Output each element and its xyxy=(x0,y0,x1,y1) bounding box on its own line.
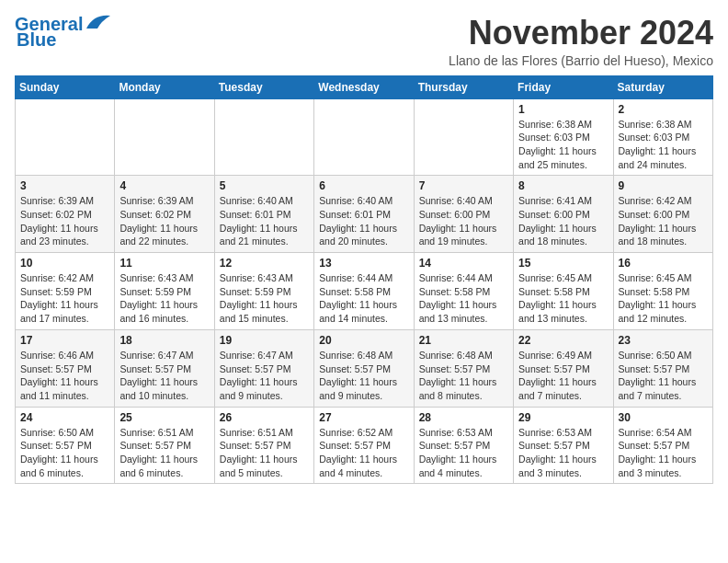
day-number: 19 xyxy=(220,334,309,347)
logo: General Blue xyxy=(15,15,112,51)
day-number: 10 xyxy=(20,257,109,270)
day-number: 12 xyxy=(220,257,309,270)
calendar-cell: 5Sunrise: 6:40 AM Sunset: 6:01 PM Daylig… xyxy=(214,176,313,253)
day-info: Sunrise: 6:51 AM Sunset: 5:57 PM Dayligh… xyxy=(119,426,209,480)
day-number: 5 xyxy=(220,179,309,192)
calendar-cell: 9Sunrise: 6:42 AM Sunset: 6:00 PM Daylig… xyxy=(613,176,712,253)
day-info: Sunrise: 6:45 AM Sunset: 5:58 PM Dayligh… xyxy=(619,271,708,326)
weekday-header-saturday: Saturday xyxy=(613,75,712,98)
calendar-cell: 30Sunrise: 6:54 AM Sunset: 5:57 PM Dayli… xyxy=(613,407,712,484)
day-info: Sunrise: 6:43 AM Sunset: 5:59 PM Dayligh… xyxy=(119,271,209,326)
weekday-header-thursday: Thursday xyxy=(414,75,513,98)
calendar-table: SundayMondayTuesdayWednesdayThursdayFrid… xyxy=(15,75,713,485)
calendar-cell: 1Sunrise: 6:38 AM Sunset: 6:03 PM Daylig… xyxy=(514,98,613,176)
calendar-cell: 22Sunrise: 6:49 AM Sunset: 5:57 PM Dayli… xyxy=(514,329,613,407)
day-info: Sunrise: 6:42 AM Sunset: 5:59 PM Dayligh… xyxy=(20,271,109,326)
day-info: Sunrise: 6:48 AM Sunset: 5:57 PM Dayligh… xyxy=(319,349,408,403)
calendar-cell: 21Sunrise: 6:48 AM Sunset: 5:57 PM Dayli… xyxy=(414,329,513,407)
calendar-cell: 6Sunrise: 6:40 AM Sunset: 6:01 PM Daylig… xyxy=(314,176,414,253)
calendar-cell: 29Sunrise: 6:53 AM Sunset: 5:57 PM Dayli… xyxy=(514,407,613,484)
title-block: November 2024 Llano de las Flores (Barri… xyxy=(449,15,713,68)
day-number: 6 xyxy=(319,179,408,192)
day-number: 25 xyxy=(119,411,209,424)
day-info: Sunrise: 6:39 AM Sunset: 6:02 PM Dayligh… xyxy=(20,194,109,248)
calendar-cell xyxy=(115,98,214,176)
day-info: Sunrise: 6:44 AM Sunset: 5:58 PM Dayligh… xyxy=(419,271,508,326)
calendar-week-4: 17Sunrise: 6:46 AM Sunset: 5:57 PM Dayli… xyxy=(16,329,713,407)
calendar-cell: 8Sunrise: 6:41 AM Sunset: 6:00 PM Daylig… xyxy=(514,176,613,253)
day-info: Sunrise: 6:40 AM Sunset: 6:01 PM Dayligh… xyxy=(220,194,309,248)
weekday-header-tuesday: Tuesday xyxy=(214,75,313,98)
day-number: 23 xyxy=(619,334,708,347)
weekday-header-friday: Friday xyxy=(514,75,613,98)
day-info: Sunrise: 6:45 AM Sunset: 5:58 PM Dayligh… xyxy=(518,271,608,326)
day-info: Sunrise: 6:51 AM Sunset: 5:57 PM Dayligh… xyxy=(220,426,309,480)
day-info: Sunrise: 6:50 AM Sunset: 5:57 PM Dayligh… xyxy=(20,426,109,480)
calendar-cell: 10Sunrise: 6:42 AM Sunset: 5:59 PM Dayli… xyxy=(16,253,115,330)
day-number: 30 xyxy=(619,411,708,424)
day-number: 20 xyxy=(319,334,408,347)
day-number: 24 xyxy=(20,411,109,424)
calendar-cell: 17Sunrise: 6:46 AM Sunset: 5:57 PM Dayli… xyxy=(16,329,115,407)
day-info: Sunrise: 6:54 AM Sunset: 5:57 PM Dayligh… xyxy=(619,426,708,480)
calendar-cell: 15Sunrise: 6:45 AM Sunset: 5:58 PM Dayli… xyxy=(514,253,613,330)
location-subtitle: Llano de las Flores (Barrio del Hueso), … xyxy=(449,53,713,68)
day-number: 7 xyxy=(419,179,508,192)
day-info: Sunrise: 6:53 AM Sunset: 5:57 PM Dayligh… xyxy=(518,426,608,480)
calendar-cell: 28Sunrise: 6:53 AM Sunset: 5:57 PM Dayli… xyxy=(414,407,513,484)
day-info: Sunrise: 6:53 AM Sunset: 5:57 PM Dayligh… xyxy=(419,426,508,480)
calendar-cell: 16Sunrise: 6:45 AM Sunset: 5:58 PM Dayli… xyxy=(613,253,712,330)
calendar-cell xyxy=(214,98,313,176)
logo-wing-icon xyxy=(85,12,112,30)
calendar-cell: 23Sunrise: 6:50 AM Sunset: 5:57 PM Dayli… xyxy=(613,329,712,407)
day-number: 28 xyxy=(419,411,508,424)
calendar-week-2: 3Sunrise: 6:39 AM Sunset: 6:02 PM Daylig… xyxy=(16,176,713,253)
calendar-cell: 24Sunrise: 6:50 AM Sunset: 5:57 PM Dayli… xyxy=(16,407,115,484)
calendar-cell: 19Sunrise: 6:47 AM Sunset: 5:57 PM Dayli… xyxy=(214,329,313,407)
day-number: 21 xyxy=(419,334,508,347)
day-info: Sunrise: 6:38 AM Sunset: 6:03 PM Dayligh… xyxy=(619,118,708,172)
day-number: 11 xyxy=(119,257,209,270)
weekday-header-monday: Monday xyxy=(115,75,214,98)
calendar-week-3: 10Sunrise: 6:42 AM Sunset: 5:59 PM Dayli… xyxy=(16,253,713,330)
logo-blue: Blue xyxy=(17,29,56,51)
calendar-cell: 20Sunrise: 6:48 AM Sunset: 5:57 PM Dayli… xyxy=(314,329,414,407)
day-info: Sunrise: 6:47 AM Sunset: 5:57 PM Dayligh… xyxy=(220,349,309,403)
calendar-week-1: 1Sunrise: 6:38 AM Sunset: 6:03 PM Daylig… xyxy=(16,98,713,176)
day-info: Sunrise: 6:44 AM Sunset: 5:58 PM Dayligh… xyxy=(319,271,408,326)
day-number: 14 xyxy=(419,257,508,270)
day-info: Sunrise: 6:47 AM Sunset: 5:57 PM Dayligh… xyxy=(119,349,209,403)
calendar-header-row: SundayMondayTuesdayWednesdayThursdayFrid… xyxy=(16,75,713,98)
calendar-cell: 3Sunrise: 6:39 AM Sunset: 6:02 PM Daylig… xyxy=(16,176,115,253)
calendar-cell: 27Sunrise: 6:52 AM Sunset: 5:57 PM Dayli… xyxy=(314,407,414,484)
day-number: 26 xyxy=(220,411,309,424)
calendar-cell xyxy=(314,98,414,176)
calendar-cell: 2Sunrise: 6:38 AM Sunset: 6:03 PM Daylig… xyxy=(613,98,712,176)
calendar-cell: 13Sunrise: 6:44 AM Sunset: 5:58 PM Dayli… xyxy=(314,253,414,330)
calendar-cell: 18Sunrise: 6:47 AM Sunset: 5:57 PM Dayli… xyxy=(115,329,214,407)
day-info: Sunrise: 6:41 AM Sunset: 6:00 PM Dayligh… xyxy=(518,194,608,248)
day-info: Sunrise: 6:49 AM Sunset: 5:57 PM Dayligh… xyxy=(518,349,608,403)
day-number: 29 xyxy=(518,411,608,424)
day-number: 1 xyxy=(518,103,608,116)
day-info: Sunrise: 6:39 AM Sunset: 6:02 PM Dayligh… xyxy=(119,194,209,248)
day-number: 3 xyxy=(20,179,109,192)
calendar-cell: 7Sunrise: 6:40 AM Sunset: 6:00 PM Daylig… xyxy=(414,176,513,253)
calendar-cell: 25Sunrise: 6:51 AM Sunset: 5:57 PM Dayli… xyxy=(115,407,214,484)
month-title: November 2024 xyxy=(449,15,713,52)
weekday-header-wednesday: Wednesday xyxy=(314,75,414,98)
day-number: 18 xyxy=(119,334,209,347)
calendar-cell xyxy=(414,98,513,176)
calendar-cell xyxy=(16,98,115,176)
day-number: 8 xyxy=(518,179,608,192)
day-info: Sunrise: 6:40 AM Sunset: 6:00 PM Dayligh… xyxy=(419,194,508,248)
day-number: 17 xyxy=(20,334,109,347)
day-number: 15 xyxy=(518,257,608,270)
day-number: 13 xyxy=(319,257,408,270)
day-number: 2 xyxy=(619,103,708,116)
day-info: Sunrise: 6:42 AM Sunset: 6:00 PM Dayligh… xyxy=(619,194,708,248)
day-info: Sunrise: 6:52 AM Sunset: 5:57 PM Dayligh… xyxy=(319,426,408,480)
calendar-cell: 12Sunrise: 6:43 AM Sunset: 5:59 PM Dayli… xyxy=(214,253,313,330)
calendar-cell: 14Sunrise: 6:44 AM Sunset: 5:58 PM Dayli… xyxy=(414,253,513,330)
day-info: Sunrise: 6:38 AM Sunset: 6:03 PM Dayligh… xyxy=(518,118,608,172)
